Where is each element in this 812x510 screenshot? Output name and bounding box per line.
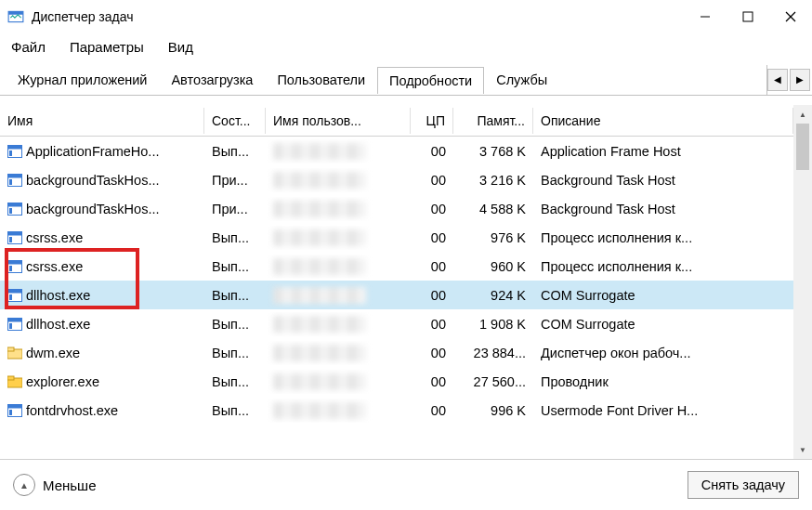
menu-options[interactable]: Параметры bbox=[70, 39, 144, 55]
process-desc: COM Surrogate bbox=[533, 313, 793, 335]
minimize-button[interactable] bbox=[684, 2, 727, 32]
svg-rect-14 bbox=[9, 208, 12, 214]
svg-rect-19 bbox=[8, 260, 22, 264]
process-desc: Процесс исполнения к... bbox=[533, 255, 793, 278]
table-header: Имя Сост... Имя пользов... ЦП Памят... О… bbox=[0, 105, 793, 137]
process-cpu: 00 bbox=[411, 255, 453, 278]
process-cpu: 00 bbox=[411, 198, 453, 220]
process-mem: 1 908 K bbox=[453, 313, 533, 335]
process-mem: 3 768 K bbox=[453, 140, 533, 163]
svg-rect-8 bbox=[9, 150, 12, 156]
col-name[interactable]: Имя bbox=[0, 108, 204, 134]
tab-users[interactable]: Пользователи bbox=[265, 66, 377, 93]
table-row[interactable]: backgroundTaskHos...При...003 216 KBackg… bbox=[0, 165, 793, 194]
process-desc: Процесс исполнения к... bbox=[533, 227, 793, 249]
chevron-up-icon: ▲ bbox=[13, 474, 35, 496]
table-row[interactable]: explorer.exeВып...0027 560...Проводник bbox=[0, 367, 793, 396]
vertical-scrollbar[interactable]: ▲ ▼ bbox=[793, 105, 812, 459]
process-name: ApplicationFrameHo... bbox=[26, 144, 159, 159]
svg-rect-22 bbox=[8, 289, 22, 293]
scroll-up-arrow[interactable]: ▲ bbox=[793, 105, 812, 124]
table-body: ApplicationFrameHo...Вып...003 768 KAppl… bbox=[0, 137, 793, 425]
table-row[interactable]: fontdrvhost.exeВып...00996 KUsermode Fon… bbox=[0, 396, 793, 425]
tab-scroll-arrows: ◀ ▶ bbox=[766, 65, 812, 95]
table-row[interactable]: dwm.exeВып...0023 884...Диспетчер окон р… bbox=[0, 338, 793, 367]
process-desc: Диспетчер окон рабоч... bbox=[533, 342, 793, 364]
svg-rect-25 bbox=[8, 318, 22, 321]
process-cpu: 00 bbox=[411, 140, 453, 163]
svg-rect-20 bbox=[9, 266, 12, 271]
process-icon bbox=[7, 375, 22, 388]
process-user bbox=[266, 341, 411, 365]
col-desc[interactable]: Описание bbox=[533, 108, 793, 134]
process-name: dwm.exe bbox=[26, 346, 80, 360]
process-desc: Application Frame Host bbox=[533, 140, 793, 163]
process-desc: COM Surrogate bbox=[533, 284, 793, 307]
svg-rect-32 bbox=[8, 404, 22, 408]
tab-bar: Журнал приложений Автозагрузка Пользоват… bbox=[0, 64, 812, 96]
process-mem: 996 K bbox=[453, 399, 533, 422]
col-user[interactable]: Имя пользов... bbox=[266, 108, 411, 134]
process-cpu: 00 bbox=[411, 342, 453, 364]
menu-view[interactable]: Вид bbox=[168, 39, 193, 55]
process-user bbox=[266, 255, 411, 279]
fewer-details-label: Меньше bbox=[43, 477, 96, 493]
scroll-thumb[interactable] bbox=[796, 124, 809, 170]
svg-rect-10 bbox=[8, 174, 22, 177]
tab-details[interactable]: Подробности bbox=[377, 67, 484, 94]
table-row[interactable]: csrss.exeВып...00976 KПроцесс исполнения… bbox=[0, 223, 793, 252]
process-mem: 23 884... bbox=[453, 342, 533, 364]
process-cpu: 00 bbox=[411, 169, 453, 191]
process-mem: 976 K bbox=[453, 227, 533, 249]
maximize-button[interactable] bbox=[727, 2, 769, 32]
process-user bbox=[266, 226, 411, 250]
process-icon bbox=[7, 404, 22, 417]
svg-rect-13 bbox=[8, 203, 22, 206]
scroll-down-arrow[interactable]: ▼ bbox=[793, 440, 812, 459]
tab-scroll-left[interactable]: ◀ bbox=[767, 69, 788, 91]
process-state: Вып... bbox=[204, 255, 266, 278]
process-cpu: 00 bbox=[411, 227, 453, 249]
tab-startup[interactable]: Автозагрузка bbox=[159, 66, 265, 93]
app-icon bbox=[7, 8, 24, 25]
svg-rect-7 bbox=[8, 145, 22, 149]
svg-rect-16 bbox=[8, 231, 22, 235]
bottom-bar: ▲ Меньше Снять задачу bbox=[0, 459, 812, 510]
fewer-details-button[interactable]: ▲ Меньше bbox=[13, 474, 96, 496]
svg-rect-23 bbox=[9, 294, 12, 300]
process-mem: 27 560... bbox=[453, 371, 533, 393]
table-row[interactable]: backgroundTaskHos...При...004 588 KBackg… bbox=[0, 194, 793, 223]
process-cpu: 00 bbox=[411, 371, 453, 393]
svg-rect-17 bbox=[9, 237, 12, 242]
process-state: Вып... bbox=[204, 227, 266, 249]
process-desc: Проводник bbox=[533, 371, 793, 393]
menu-file[interactable]: Файл bbox=[11, 39, 46, 55]
process-mem: 924 K bbox=[453, 284, 533, 307]
svg-rect-30 bbox=[7, 376, 14, 380]
tab-app-history[interactable]: Журнал приложений bbox=[6, 66, 159, 93]
process-icon bbox=[7, 289, 22, 302]
col-state[interactable]: Сост... bbox=[204, 108, 266, 134]
col-cpu[interactable]: ЦП bbox=[411, 108, 453, 134]
process-icon bbox=[7, 260, 22, 273]
process-icon bbox=[7, 231, 22, 244]
end-task-button[interactable]: Снять задачу bbox=[688, 471, 799, 499]
col-mem[interactable]: Памят... bbox=[453, 108, 533, 134]
svg-rect-11 bbox=[9, 179, 12, 185]
table-row[interactable]: ApplicationFrameHo...Вып...003 768 KAppl… bbox=[0, 137, 793, 165]
window-title: Диспетчер задач bbox=[32, 9, 684, 24]
process-state: Вып... bbox=[204, 371, 266, 393]
process-user bbox=[266, 197, 411, 221]
process-mem: 4 588 K bbox=[453, 198, 533, 220]
process-desc: Usermode Font Driver H... bbox=[533, 399, 793, 422]
svg-rect-1 bbox=[8, 11, 23, 14]
tab-scroll-right[interactable]: ▶ bbox=[790, 69, 810, 91]
table-row[interactable]: dllhost.exeВып...00924 KCOM Surrogate bbox=[0, 281, 793, 309]
tab-services[interactable]: Службы bbox=[484, 66, 559, 93]
svg-rect-33 bbox=[9, 410, 12, 415]
table-row[interactable]: csrss.exeВып...00960 KПроцесс исполнения… bbox=[0, 252, 793, 281]
svg-rect-28 bbox=[7, 347, 14, 351]
process-state: Вып... bbox=[204, 313, 266, 335]
table-row[interactable]: dllhost.exeВып...001 908 KCOM Surrogate bbox=[0, 309, 793, 338]
close-button[interactable] bbox=[769, 2, 812, 32]
